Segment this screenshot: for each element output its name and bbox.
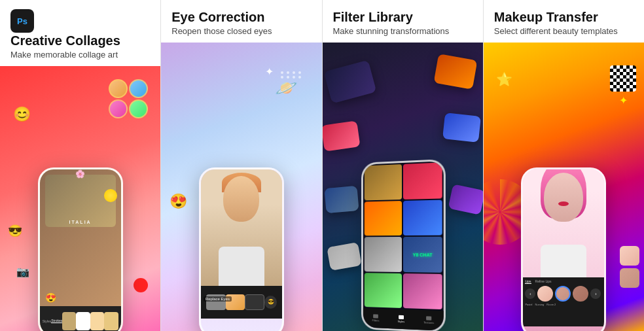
panel-4-image: ⭐ ✦ Lips Refine Lip — [484, 43, 644, 331]
sunglasses-thumb: 😎 — [264, 296, 277, 309]
pastel-label: Pastel — [525, 303, 532, 306]
phone-screen-3: Y8 CHAT Filters Styles — [361, 159, 446, 331]
p3-tab-1: Filters — [372, 314, 379, 322]
camera-emoji: 📷 — [16, 266, 29, 278]
float-card-5 — [325, 185, 359, 213]
float-card-4 — [442, 113, 481, 143]
ps-app-icon: Ps — [10, 9, 34, 33]
panel-1-header: Ps Creative Collages Make memorable coll… — [0, 0, 160, 66]
nursing-label: Nursing — [535, 303, 545, 306]
makeup-thumb-1[interactable] — [537, 286, 553, 302]
filter-thumb-3 — [365, 201, 402, 236]
y8chat-label: Y8 CHAT — [413, 253, 433, 257]
strokes-label: Strokes — [51, 319, 62, 323]
italia-label: ITALIA — [69, 220, 92, 224]
smile-emoji: 😊 — [13, 106, 31, 123]
makeup-toolbar: Lips Refine Lips ‹ › Pastel Nur — [523, 277, 604, 326]
sunglasses-emoji: 😎 — [8, 224, 22, 238]
panel-3-image: Y8 CHAT Filters Styles — [323, 43, 483, 331]
panel-3-title: Filter Library — [333, 9, 473, 25]
eye-correction-toolbar: Replace Eyes 😎 — [201, 286, 282, 319]
sticker-1 — [109, 79, 128, 98]
heart-eyes-phone: 😍 — [45, 292, 56, 303]
sticker-4 — [129, 99, 148, 118]
star-emoji-2: ✦ — [619, 94, 628, 107]
panel-eye-correction: Eye Correction Reopen those closed eyes … — [161, 0, 321, 331]
prev-arrow[interactable]: ‹ — [525, 288, 535, 299]
float-card-3 — [323, 121, 361, 152]
filter-thumb-1 — [365, 164, 402, 200]
grid-dots — [281, 71, 302, 78]
face-thumb-strip — [620, 246, 639, 288]
panel-1-title: Creative Collages — [10, 33, 150, 48]
panel-3-header: Filter Library Make stunning transformat… — [323, 0, 483, 43]
filter-thumb-5 — [365, 237, 402, 271]
phone-screen-4: Lips Refine Lips ‹ › Pastel Nur — [521, 167, 606, 331]
sticker-3 — [109, 99, 128, 118]
face-shape — [223, 176, 259, 222]
makeup-thumb-2[interactable] — [555, 286, 571, 302]
makeup-labels: Pastel Nursing Room 2 — [525, 303, 602, 306]
filter-thumb-7 — [365, 273, 402, 308]
makeup-tabs: Lips Refine Lips — [525, 279, 602, 284]
panel-makeup-transfer: Makeup Transfer Select different beauty … — [484, 0, 644, 331]
p2-heart-eyes: 😍 — [170, 193, 187, 210]
phone-mockup-2: Replace Eyes 😎 — [199, 167, 284, 331]
face-thumb-1 — [620, 246, 639, 266]
float-card-2 — [433, 54, 477, 90]
panel-4-subtitle: Select different beauty templates — [494, 26, 634, 36]
panel-3-subtitle: Make stunning transformations — [333, 26, 473, 36]
next-arrow[interactable]: › — [590, 288, 601, 299]
p4-lips — [558, 201, 569, 206]
phone-screen-2: Replace Eyes 😎 — [199, 167, 284, 331]
star-emoji-1: ⭐ — [496, 71, 512, 87]
panel-filter-library: Filter Library Make stunning transformat… — [323, 0, 483, 331]
checkered-pattern — [610, 65, 636, 92]
thumb-2 — [76, 312, 90, 330]
thumb-3 — [90, 312, 104, 330]
p3-bottom-bar: Filters Styles Textures — [363, 308, 444, 331]
panel-creative-collages: Ps Creative Collages Make memorable coll… — [0, 0, 160, 331]
phone-mockup-4: Lips Refine Lips ‹ › Pastel Nur — [521, 167, 606, 331]
float-card-7 — [327, 242, 363, 271]
phone-content-1: ITALIA 🌸 😍 Styles Strokes — [40, 169, 121, 331]
p4-face — [544, 173, 583, 222]
float-card-6 — [448, 184, 482, 215]
thumb-1 — [62, 312, 76, 330]
panel-4-title: Makeup Transfer — [494, 9, 634, 25]
saturn-emoji: 🪐 — [275, 77, 298, 99]
makeup-thumbs: ‹ › — [525, 286, 602, 302]
lemon-decor — [104, 189, 117, 202]
filter-thumb-4 — [403, 200, 442, 235]
red-circle-decoration — [134, 278, 148, 292]
p4-body — [541, 245, 586, 277]
collage-landscape: ITALIA — [45, 175, 116, 227]
p3-tab-3: Textures — [424, 316, 434, 324]
phone-mockup-3: Y8 CHAT Filters Styles — [361, 159, 446, 331]
body-shape — [219, 247, 264, 286]
sparkle-element: ✦ — [265, 65, 274, 78]
panel-1-subtitle: Make memorable collage art — [10, 50, 150, 60]
float-card-1 — [324, 60, 377, 103]
person-pink-hair — [523, 169, 604, 277]
bottom-toolbar-1: Styles Strokes — [40, 306, 121, 331]
p3-tab-2: Styles — [398, 315, 405, 323]
flower-sticker: 🌸 — [75, 169, 85, 179]
sticker-2 — [129, 79, 148, 98]
panel-2-image: 🪐 ✦ 😍 — [161, 43, 321, 331]
panel-2-subtitle: Reopen those closed eyes — [171, 26, 311, 36]
thumb-4 — [104, 312, 118, 330]
face-thumb-2 — [620, 268, 639, 288]
lips-tab: Lips — [525, 279, 531, 284]
filter-thumb-6: Y8 CHAT — [403, 237, 442, 273]
collage-main-area: ITALIA 🌸 😍 — [40, 169, 121, 306]
makeup-thumb-3[interactable] — [573, 286, 588, 302]
filter-thumb-2 — [403, 162, 442, 199]
phone-screen-1: ITALIA 🌸 😍 Styles Strokes — [38, 167, 123, 331]
filter-grid: Y8 CHAT — [363, 161, 444, 311]
panel-2-header: Eye Correction Reopen those closed eyes — [161, 0, 321, 43]
panel-4-header: Makeup Transfer Select different beauty … — [484, 0, 644, 43]
phone-mockup-1: ITALIA 🌸 😍 Styles Strokes — [38, 167, 123, 331]
panel-2-title: Eye Correction — [171, 9, 311, 25]
room2-label: Room 2 — [546, 303, 556, 306]
